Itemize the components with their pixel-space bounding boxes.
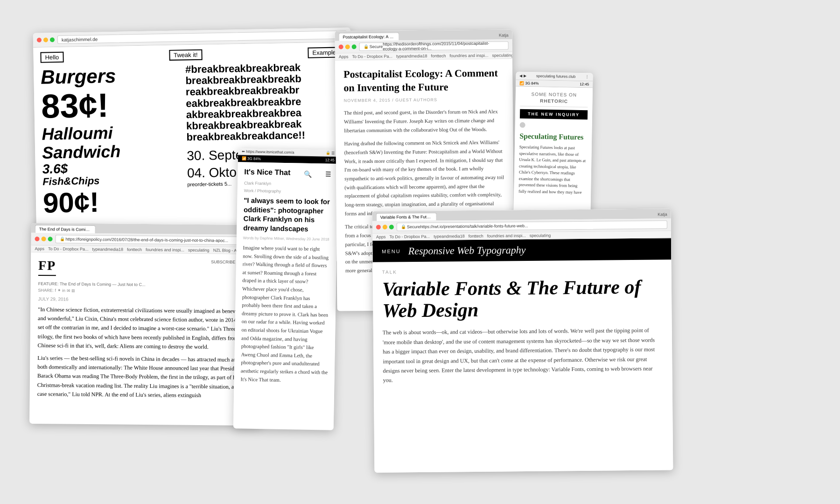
break-text: #breakbreakbreakbreak breakbreakbreakbre… [185, 61, 345, 143]
tab-fp[interactable]: The End of Days is Coming—... [35, 225, 96, 233]
burger-text: Burgers 83¢! Halloumi Sandwich 3.6$ Fish… [41, 64, 179, 219]
traffic-lights-1 [37, 37, 55, 42]
itsnicethat-window: ⬅ https://www.itsnicethat.com/a 🔒 ☰ 📶 3G… [233, 148, 338, 430]
fp-logo: FP [38, 258, 56, 276]
traffic-lights-4 [339, 44, 357, 49]
fp-article-body: "In Chinese science fiction, extraterres… [37, 305, 254, 400]
traffic-lights-2 [35, 237, 53, 241]
win6-article: TALK Variable Fonts & The Future of Web … [373, 259, 673, 473]
url-bar-2[interactable]: 🔒 https://foreignpolicy.com/2016/07/28/t… [56, 235, 259, 245]
variablefonts-window: Variable Fonts & The Future o... Katja 🔒… [372, 209, 673, 473]
some-notes-label: SOME NOTES ON [520, 91, 588, 98]
win2-content: FP SUBSCRIBE | SIGN IN FEATURE: The End … [29, 252, 262, 422]
minimize-button-1[interactable] [43, 37, 48, 42]
int-byline: Clark Franklyn [244, 181, 331, 187]
speculating-title: Speculating Futures [519, 132, 587, 142]
tni-banner: THE NEW INQUIRY [520, 109, 588, 120]
url-bar-4[interactable]: 🔒 Secure https://thedisorderofthings.com… [359, 41, 509, 51]
user-label-6: Katja [658, 212, 667, 218]
max-6[interactable] [389, 224, 394, 229]
hello-button[interactable]: Hello [40, 52, 63, 63]
search-icon-3[interactable]: 🔍 [304, 170, 312, 178]
int-body: Imagine where you'd want to be right now… [240, 244, 330, 385]
talk-label: TALK [382, 267, 662, 274]
user-label-4: Katja [499, 33, 509, 39]
rhetoric-label: RHETORIC [520, 98, 588, 108]
fp-date: JULY 29, 2016 [38, 296, 254, 303]
traffic-lights-6 [376, 224, 394, 229]
url-row-2: 🔒 https://foreignpolicy.com/2016/07/28/t… [31, 233, 262, 247]
min-6[interactable] [383, 225, 387, 230]
url-bar-6[interactable]: 🔒 Secure https://rwt.io/presentations/ta… [397, 220, 667, 231]
max-4[interactable] [352, 44, 357, 49]
tweak-button[interactable]: Tweak it! [169, 49, 203, 61]
tab-postcap[interactable]: Postcapitalist Ecology: A Com... [338, 32, 399, 41]
url-bar-1[interactable]: katjaschimmel.de [57, 30, 347, 44]
menu-label[interactable]: MENU [382, 248, 400, 254]
burger-price-list: Burgers 83¢! Halloumi Sandwich 3.6$ Fish… [41, 64, 183, 218]
win3-content: It's Nice That 🔍 ☰ Clark Franklyn Work /… [233, 162, 338, 416]
fp-share: SHARE: f ✦ in ✉ ⊞ [38, 288, 76, 293]
main-headline: Variable Fonts & The Future of Web Desig… [382, 276, 663, 322]
int-logo: It's Nice That [244, 168, 290, 177]
close-6[interactable] [376, 225, 381, 230]
min-4[interactable] [345, 44, 350, 49]
speculating-circle [519, 122, 587, 133]
postcap-meta: NOVEMBER 4, 2015 / GUEST AUTHORS [344, 97, 504, 103]
min-2[interactable] [42, 237, 46, 241]
int-category: Work / Photography [244, 188, 331, 194]
win6-header: MENU Responsive Web Typography [372, 238, 671, 262]
fp-feature-label: FEATURE: The End of Days Is Coming — Jus… [38, 281, 254, 288]
close-4[interactable] [339, 45, 343, 49]
int-words-by: Words by Daphne Milner, Wednesday 20 Jun… [243, 236, 330, 241]
maximize-button-1[interactable] [50, 37, 55, 42]
speculating-body: Speculating Futures looks at past specul… [518, 144, 587, 196]
win6-content: MENU Responsive Web Typography TALK Vari… [372, 238, 673, 473]
postcap-headline: Postcapitalist Ecology: A Comment on Inv… [343, 67, 504, 95]
max-2[interactable] [48, 237, 53, 241]
url-row-4: 🔒 Secure https://thedisorderofthings.com… [335, 39, 512, 53]
foreignpolicy-window: The End of Days is Coming—... Katja 🔒 ht… [29, 223, 262, 426]
article-body: The web is about words—ok, and cat video… [383, 326, 663, 385]
close-2[interactable] [35, 237, 40, 241]
site-title: Responsive Web Typography [408, 244, 526, 257]
close-button-1[interactable] [37, 38, 42, 42]
win1-toolbar: Hello Tweak it! Examples [40, 47, 343, 63]
tab-varfonts[interactable]: Variable Fonts & The Future o... [376, 213, 437, 221]
int-headline: "I always seem to look for oddities": ph… [243, 196, 331, 233]
menu-icon-3[interactable]: ☰ [325, 170, 331, 178]
tab-row-2: The End of Days is Coming—... Katja [31, 223, 262, 235]
